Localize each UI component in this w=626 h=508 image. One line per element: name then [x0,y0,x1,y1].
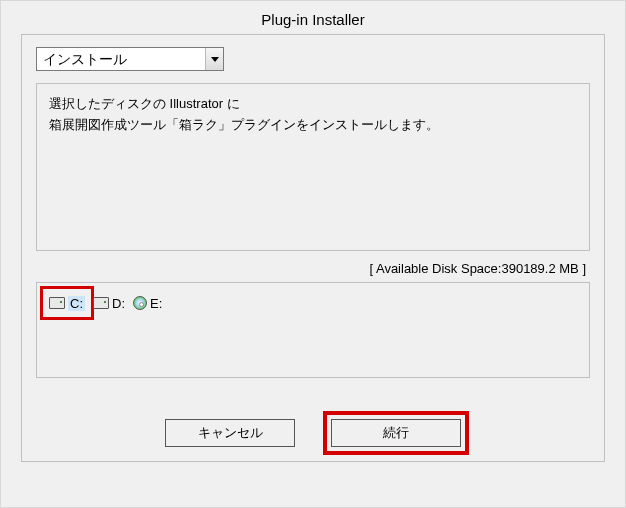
installer-window: Plug-in Installer インストール 選択したディスクの Illus… [0,0,626,508]
cd-icon [133,296,147,310]
action-select[interactable]: インストール [36,47,224,71]
hdd-icon [49,297,65,309]
disk-space-label: [ Available Disk Space:390189.2 MB ] [36,261,586,276]
description-line-2: 箱展開図作成ツール「箱ラク」プラグインをインストールします。 [49,115,577,136]
drive-label: C: [68,296,85,311]
drive-label: E: [150,296,162,311]
action-select-value: インストール [43,51,127,69]
button-row: キャンセル 続行 [22,419,604,447]
description-panel: 選択したディスクの Illustrator に 箱展開図作成ツール「箱ラク」プラ… [36,83,590,251]
drives-panel: C: D: E: [36,282,590,378]
window-title: Plug-in Installer [1,1,625,34]
drive-c[interactable]: C: [47,293,87,313]
main-panel: インストール 選択したディスクの Illustrator に 箱展開図作成ツール… [21,34,605,462]
cancel-button[interactable]: キャンセル [165,419,295,447]
continue-button[interactable]: 続行 [331,419,461,447]
drive-d[interactable]: D: [91,293,127,313]
drive-label: D: [112,296,125,311]
chevron-down-icon [211,57,219,62]
drive-e[interactable]: E: [131,293,164,313]
action-row: インストール [36,47,590,71]
dropdown-button[interactable] [205,48,223,70]
description-line-1: 選択したディスクの Illustrator に [49,94,577,115]
hdd-icon [93,297,109,309]
